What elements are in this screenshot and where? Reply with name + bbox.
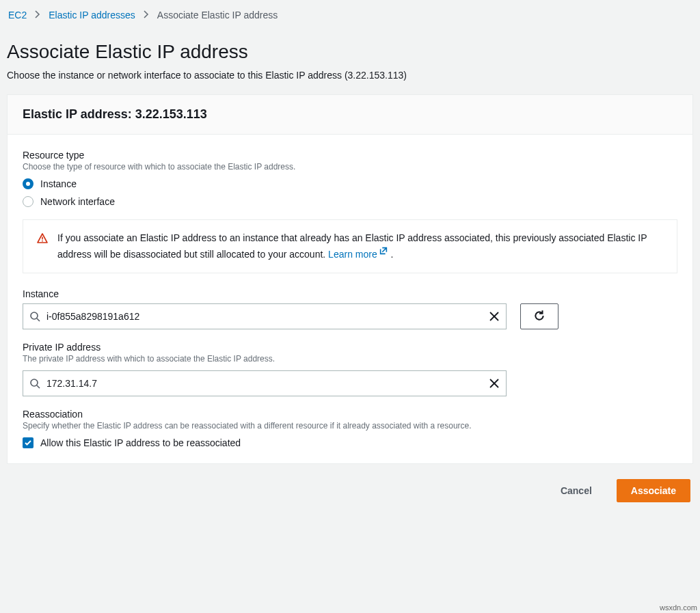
associate-panel: Elastic IP address: 3.22.153.113 Resourc… [7, 94, 693, 464]
instance-label: Instance [23, 288, 677, 299]
reassociation-checkbox[interactable]: Allow this Elastic IP address to be reas… [23, 437, 677, 448]
radio-instance[interactable]: Instance [23, 178, 677, 189]
radio-network-interface-label: Network interface [40, 196, 115, 207]
refresh-icon [533, 310, 546, 324]
svg-point-2 [31, 312, 38, 319]
resource-type-section: Resource type Choose the type of resourc… [23, 150, 677, 207]
private-ip-hint: The private IP address with which to ass… [23, 354, 677, 364]
breadcrumb-current: Associate Elastic IP address [157, 10, 278, 21]
reassociation-section: Reassociation Specify whether the Elasti… [23, 409, 677, 448]
checkbox-checked-icon [23, 437, 33, 448]
private-ip-section: Private IP address The private IP addres… [23, 342, 677, 396]
svg-rect-1 [42, 241, 43, 242]
page-title: Associate Elastic IP address [7, 41, 693, 63]
private-ip-label: Private IP address [23, 342, 677, 353]
instance-input[interactable] [23, 303, 507, 329]
resource-type-hint: Choose the type of resource with which t… [23, 162, 677, 172]
svg-rect-0 [42, 237, 43, 240]
resource-type-label: Resource type [23, 150, 677, 161]
clear-icon[interactable] [489, 378, 500, 389]
breadcrumb-ec2[interactable]: EC2 [8, 10, 27, 21]
svg-point-6 [31, 379, 38, 386]
learn-more-link[interactable]: Learn more [328, 249, 388, 260]
breadcrumb: EC2 Elastic IP addresses Associate Elast… [0, 0, 700, 27]
reassociation-checkbox-label: Allow this Elastic IP address to be reas… [40, 437, 241, 448]
breadcrumb-elastic-ip-addresses[interactable]: Elastic IP addresses [49, 10, 135, 21]
chevron-right-icon [35, 10, 40, 21]
warning-icon [37, 231, 48, 244]
instance-field-section: Instance [23, 288, 677, 329]
info-box: If you associate an Elastic IP address t… [23, 219, 677, 273]
associate-button[interactable]: Associate [617, 479, 690, 502]
clear-icon[interactable] [489, 311, 500, 322]
cancel-button[interactable]: Cancel [547, 480, 606, 502]
panel-ip: 3.22.153.113 [135, 107, 207, 121]
svg-line-3 [37, 318, 40, 321]
search-icon [29, 311, 40, 322]
radio-instance-label: Instance [40, 178, 77, 189]
info-text-trailing: . [391, 249, 394, 260]
footer-actions: Cancel Associate [0, 464, 700, 517]
panel-title-prefix: Elastic IP address: [23, 107, 135, 121]
radio-network-interface[interactable]: Network interface [23, 196, 677, 207]
refresh-button[interactable] [520, 303, 558, 329]
reassociation-label: Reassociation [23, 409, 677, 420]
radio-icon [23, 196, 33, 207]
chevron-right-icon [144, 10, 149, 21]
external-link-icon [379, 245, 388, 260]
radio-icon [23, 178, 33, 189]
panel-header: Elastic IP address: 3.22.153.113 [8, 95, 692, 135]
reassociation-hint: Specify whether the Elastic IP address c… [23, 421, 677, 431]
page-description: Choose the instance or network interface… [7, 70, 693, 81]
svg-line-7 [37, 385, 40, 388]
search-icon [29, 378, 40, 389]
private-ip-input[interactable] [23, 370, 507, 396]
